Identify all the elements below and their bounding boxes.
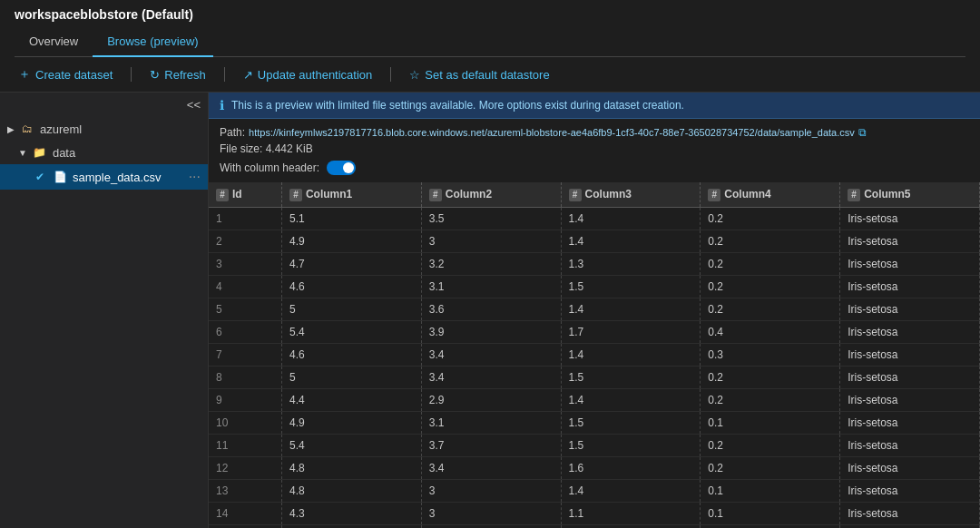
collapse-button[interactable]: <<: [0, 93, 208, 117]
sidebar: << ▶ 🗂 azureml ▼ 📁 data ✔ 📄 sample_data.…: [0, 93, 209, 528]
data-cell: 0.3: [701, 343, 840, 366]
data-cell: 0.2: [701, 366, 840, 388]
data-table: #Id #Column1 #Column2 #Column3 #Column4 …: [209, 182, 980, 528]
row-id-cell: 12: [209, 456, 281, 479]
collapse-icon: <<: [187, 98, 201, 112]
data-cell: 1.4: [561, 298, 701, 320]
table-row: 134.831.40.1Iris-setosa: [209, 479, 980, 502]
row-id-cell: 11: [209, 434, 281, 456]
col-header-column2: #Column2: [421, 182, 561, 207]
data-cell: 3: [421, 230, 561, 252]
col-type-icon: #: [289, 189, 302, 201]
label-cell: Iris-setosa: [840, 524, 980, 528]
path-label: Path:: [220, 126, 245, 139]
set-default-icon: ☆: [409, 68, 420, 82]
col-type-icon: #: [216, 189, 229, 201]
row-id-cell: 10: [209, 411, 281, 434]
label-cell: Iris-setosa: [840, 320, 980, 343]
data-cell: 4.9: [281, 230, 421, 252]
data-cell: 3: [421, 502, 561, 524]
expand-arrow-icon: ▼: [18, 148, 27, 158]
data-cell: 0.2: [701, 252, 840, 275]
table-row: 94.42.91.40.2Iris-setosa: [209, 388, 980, 411]
table-row: 65.43.91.70.4Iris-setosa: [209, 320, 980, 343]
data-cell: 0.2: [701, 434, 840, 456]
size-value: 4.442 KiB: [266, 142, 313, 155]
set-default-button[interactable]: ☆ Set as default datastore: [406, 66, 553, 83]
data-cell: 0.2: [701, 388, 840, 411]
data-table-container: #Id #Column1 #Column2 #Column3 #Column4 …: [209, 182, 980, 528]
col-type-icon: #: [708, 189, 720, 201]
data-cell: 0.2: [701, 298, 840, 320]
data-cell: 5.1: [281, 207, 421, 230]
data-cell: 4.8: [281, 479, 421, 502]
refresh-label: Refresh: [164, 68, 206, 82]
data-cell: 1.4: [561, 388, 701, 411]
data-cell: 1.5: [561, 434, 701, 456]
sidebar-item-sample-data-csv[interactable]: ✔ 📄 sample_data.csv ···: [0, 164, 208, 190]
label-cell: Iris-setosa: [840, 456, 980, 479]
create-dataset-button[interactable]: ＋ Create dataset: [15, 64, 116, 84]
toolbar-separator-1: [131, 67, 132, 82]
data-cell: 5.4: [281, 434, 421, 456]
table-row: 124.83.41.60.2Iris-setosa: [209, 456, 980, 479]
refresh-button[interactable]: ↻ Refresh: [146, 66, 210, 83]
row-id-cell: 1: [209, 207, 281, 230]
table-row: 144.331.10.1Iris-setosa: [209, 502, 980, 524]
data-cell: 1.4: [561, 207, 701, 230]
row-id-cell: 5: [209, 298, 281, 320]
table-row: 104.93.11.50.1Iris-setosa: [209, 411, 980, 434]
sidebar-item-label: sample_data.csv: [73, 171, 183, 184]
sidebar-item-azureml[interactable]: ▶ 🗂 azureml: [0, 117, 208, 141]
data-cell: 4.6: [281, 275, 421, 298]
data-cell: 0.1: [701, 411, 840, 434]
data-cell: 0.1: [701, 502, 840, 524]
column-header-toggle[interactable]: [327, 161, 356, 175]
toolbar-separator-3: [390, 67, 391, 82]
label-cell: Iris-setosa: [840, 479, 980, 502]
tab-bar: Overview Browse (preview): [15, 27, 965, 57]
more-options-button[interactable]: ···: [189, 169, 201, 185]
info-banner: ℹ This is a preview with limited file se…: [209, 93, 980, 119]
copy-path-icon[interactable]: ⧉: [858, 126, 867, 139]
data-cell: 0.2: [701, 524, 840, 528]
tab-overview[interactable]: Overview: [15, 27, 93, 56]
data-cell: 4.3: [281, 502, 421, 524]
plus-icon: ＋: [18, 66, 31, 83]
data-cell: 4.9: [281, 411, 421, 434]
size-label: File size:: [220, 142, 262, 155]
data-cell: 2.9: [421, 388, 561, 411]
data-cell: 0.2: [701, 207, 840, 230]
table-header-row: #Id #Column1 #Column2 #Column3 #Column4 …: [209, 182, 980, 207]
label-cell: Iris-setosa: [840, 366, 980, 388]
data-cell: 5: [281, 298, 421, 320]
update-auth-button[interactable]: ↗ Update authentication: [240, 66, 376, 83]
row-id-cell: 8: [209, 366, 281, 388]
update-auth-icon: ↗: [243, 68, 253, 82]
sidebar-item-data[interactable]: ▼ 📁 data: [0, 141, 208, 164]
tab-browse-preview[interactable]: Browse (preview): [93, 27, 212, 57]
label-cell: Iris-setosa: [840, 230, 980, 252]
col-header-column3: #Column3: [561, 182, 701, 207]
data-cell: 0.2: [701, 275, 840, 298]
data-cell: 0.2: [701, 230, 840, 252]
data-cell: 3.1: [421, 275, 561, 298]
data-cell: 3.9: [421, 320, 561, 343]
data-cell: 1.3: [561, 252, 701, 275]
file-path-row: Path: https://kinfeymlws2197817716.blob.…: [220, 126, 969, 139]
file-icon: 📄: [53, 170, 67, 184]
data-cell: 5.8: [281, 524, 421, 528]
data-cell: 3.1: [421, 411, 561, 434]
selected-check-icon: ✔: [33, 170, 47, 184]
col-type-icon: #: [569, 189, 582, 201]
label-cell: Iris-setosa: [840, 343, 980, 366]
update-auth-label: Update authentication: [258, 68, 372, 82]
table-row: 853.41.50.2Iris-setosa: [209, 366, 980, 388]
expand-arrow-icon: ▶: [7, 124, 15, 134]
label-cell: Iris-setosa: [840, 252, 980, 275]
sidebar-item-label: data: [53, 146, 201, 160]
table-row: 74.63.41.40.3Iris-setosa: [209, 343, 980, 366]
col-type-icon: #: [848, 189, 860, 201]
row-id-cell: 3: [209, 252, 281, 275]
data-cell: 4.7: [281, 252, 421, 275]
